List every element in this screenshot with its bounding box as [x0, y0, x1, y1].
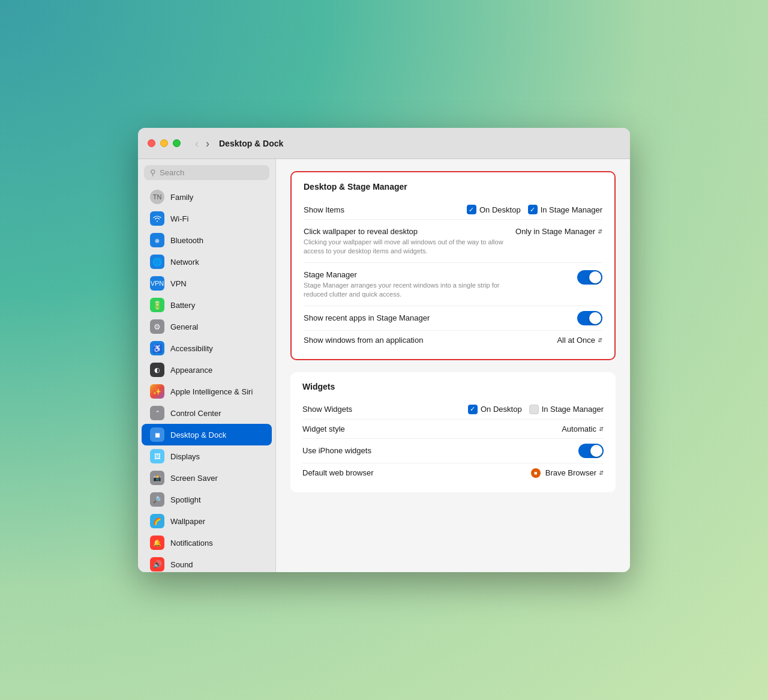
sidebar-item-label: Battery	[170, 301, 195, 310]
close-button[interactable]	[148, 139, 155, 147]
sidebar-item-label: Bluetooth	[170, 236, 203, 245]
widget-style-value: Automatic	[562, 424, 596, 433]
widget-style-label: Widget style	[302, 424, 345, 433]
on-desktop-label: On Desktop	[479, 205, 521, 214]
on-desktop-group: ✓ On Desktop	[467, 205, 521, 214]
show-windows-dropdown[interactable]: All at Once ⇵	[557, 336, 602, 345]
maximize-button[interactable]	[173, 139, 181, 147]
click-wallpaper-dropdown[interactable]: Only in Stage Manager ⇵	[515, 227, 602, 236]
click-wallpaper-label: Click wallpaper to reveal desktop	[304, 227, 418, 236]
sidebar-item-notifications[interactable]: 🔔 Notifications	[142, 532, 272, 554]
click-wallpaper-dropdown-value: Only in Stage Manager	[515, 227, 595, 236]
sidebar-item-label: Appearance	[170, 366, 212, 375]
minimize-button[interactable]	[160, 139, 168, 147]
sidebar-item-label: Network	[170, 258, 199, 267]
widgets-on-desktop-checkbox[interactable]: ✓	[468, 405, 478, 414]
section-title-widgets: Widgets	[302, 382, 604, 391]
sidebar-item-apple-intelligence[interactable]: ✨ Apple Intelligence & Siri	[142, 381, 272, 402]
sidebar-item-bluetooth[interactable]: ⎈ Bluetooth	[142, 229, 272, 251]
sidebar-item-label: Wi-Fi	[170, 214, 188, 223]
show-items-row: Show Items ✓ On Desktop ✓ In Stage Manag…	[304, 200, 602, 220]
bluetooth-icon: ⎈	[150, 233, 164, 247]
ai-icon: ✨	[150, 384, 164, 399]
search-icon: ⚲	[150, 168, 156, 177]
chevron-updown-icon-3: ⇵	[599, 426, 604, 432]
sidebar-item-label: Displays	[170, 452, 200, 461]
widgets-section: Widgets Show Widgets ✓ On Desktop In Sta…	[290, 372, 616, 492]
sidebar-item-label: General	[170, 322, 198, 331]
click-wallpaper-sublabel: Clicking your wallpaper will move all wi…	[304, 238, 508, 256]
sidebar-item-appearance[interactable]: ◐ Appearance	[142, 359, 272, 381]
search-bar[interactable]: ⚲	[144, 165, 269, 180]
forward-button[interactable]: ›	[203, 137, 212, 150]
window-content: ⚲ TN Family Wi-Fi	[138, 159, 630, 572]
show-items-controls: ✓ On Desktop ✓ In Stage Manager	[467, 205, 602, 214]
default-browser-value: Brave Browser	[545, 468, 596, 477]
sidebar-item-label: Wallpaper	[170, 517, 205, 526]
nav-controls: ‹ ›	[193, 137, 212, 150]
wallpaper-icon: 🌈	[150, 514, 164, 528]
sidebar-item-battery[interactable]: 🔋 Battery	[142, 294, 272, 316]
sidebar-item-wifi[interactable]: Wi-Fi	[142, 208, 272, 229]
sidebar-item-family[interactable]: TN Family	[142, 186, 272, 208]
sidebar-item-desktop-dock[interactable]: ◼ Desktop & Dock	[142, 424, 272, 445]
brave-browser-icon: ■	[531, 468, 541, 478]
widgets-in-stage-manager-checkbox[interactable]	[529, 405, 539, 414]
show-widgets-label: Show Widgets	[302, 405, 352, 414]
stage-manager-label-group: Stage Manager Stage Manager arranges you…	[304, 269, 508, 300]
control-center-icon: ⌃	[150, 406, 164, 420]
widget-style-row: Widget style Automatic ⇵	[302, 420, 604, 439]
sidebar-item-network[interactable]: 🌐 Network	[142, 251, 272, 273]
vpn-icon: VPN	[150, 276, 164, 291]
stage-manager-sublabel: Stage Manager arranges your recent windo…	[304, 281, 508, 300]
stage-manager-row: Stage Manager Stage Manager arranges you…	[304, 263, 602, 306]
default-browser-row: Default web browser ■ Brave Browser ⇵	[302, 463, 604, 483]
sidebar-item-spotlight[interactable]: 🔎 Spotlight	[142, 489, 272, 510]
family-avatar-icon: TN	[150, 190, 164, 204]
sidebar-item-screen-saver[interactable]: 📸 Screen Saver	[142, 467, 272, 489]
on-desktop-checkbox[interactable]: ✓	[467, 205, 476, 214]
show-windows-dropdown-value: All at Once	[557, 336, 595, 345]
sidebar: ⚲ TN Family Wi-Fi	[138, 159, 276, 572]
general-icon: ⚙	[150, 319, 164, 334]
sidebar-item-label: Screen Saver	[170, 474, 218, 483]
sidebar-item-label: Spotlight	[170, 495, 201, 504]
in-stage-manager-group: ✓ In Stage Manager	[528, 205, 602, 214]
default-browser-label: Default web browser	[302, 468, 374, 477]
use-iphone-widgets-row: Use iPhone widgets	[302, 439, 604, 463]
main-panel: Desktop & Stage Manager Show Items ✓ On …	[276, 159, 630, 572]
sidebar-item-label: Accessibility	[170, 344, 213, 353]
use-iphone-widgets-toggle[interactable]	[578, 444, 604, 458]
default-browser-dropdown[interactable]: ■ Brave Browser ⇵	[531, 468, 604, 478]
sidebar-item-vpn[interactable]: VPN VPN	[142, 273, 272, 294]
chevron-updown-icon: ⇵	[598, 228, 602, 235]
sound-icon: 🔊	[150, 557, 164, 572]
sidebar-item-label: Notifications	[170, 539, 213, 548]
show-widgets-row: Show Widgets ✓ On Desktop In Stage Manag…	[302, 400, 604, 420]
sidebar-item-general[interactable]: ⚙ General	[142, 316, 272, 337]
stage-manager-label: Stage Manager	[304, 270, 357, 279]
sidebar-item-displays[interactable]: 🖼 Displays	[142, 445, 272, 467]
sidebar-item-accessibility[interactable]: ♿ Accessibility	[142, 337, 272, 359]
show-windows-row: Show windows from an application All at …	[304, 331, 602, 349]
sidebar-item-label: Control Center	[170, 409, 221, 418]
in-stage-manager-checkbox[interactable]: ✓	[528, 205, 538, 214]
sidebar-item-control-center[interactable]: ⌃ Control Center	[142, 402, 272, 424]
wifi-icon	[150, 211, 164, 226]
widget-style-dropdown[interactable]: Automatic ⇵	[562, 424, 604, 433]
screen-saver-icon: 📸	[150, 471, 164, 485]
battery-icon: 🔋	[150, 298, 164, 312]
sidebar-item-sound[interactable]: 🔊 Sound	[142, 554, 272, 572]
click-wallpaper-row: Click wallpaper to reveal desktop Clicki…	[304, 220, 602, 263]
show-items-label: Show Items	[304, 205, 344, 214]
stage-manager-toggle[interactable]	[577, 270, 602, 285]
sidebar-item-label: Sound	[170, 560, 193, 569]
show-recent-apps-toggle[interactable]	[577, 311, 602, 325]
widgets-in-stage-manager-group: In Stage Manager	[529, 405, 604, 414]
search-input[interactable]	[160, 168, 263, 177]
displays-icon: 🖼	[150, 449, 164, 463]
back-button[interactable]: ‹	[193, 137, 201, 150]
sidebar-item-label: Desktop & Dock	[170, 430, 226, 439]
sidebar-item-label: Family	[170, 193, 193, 202]
sidebar-item-wallpaper[interactable]: 🌈 Wallpaper	[142, 510, 272, 532]
